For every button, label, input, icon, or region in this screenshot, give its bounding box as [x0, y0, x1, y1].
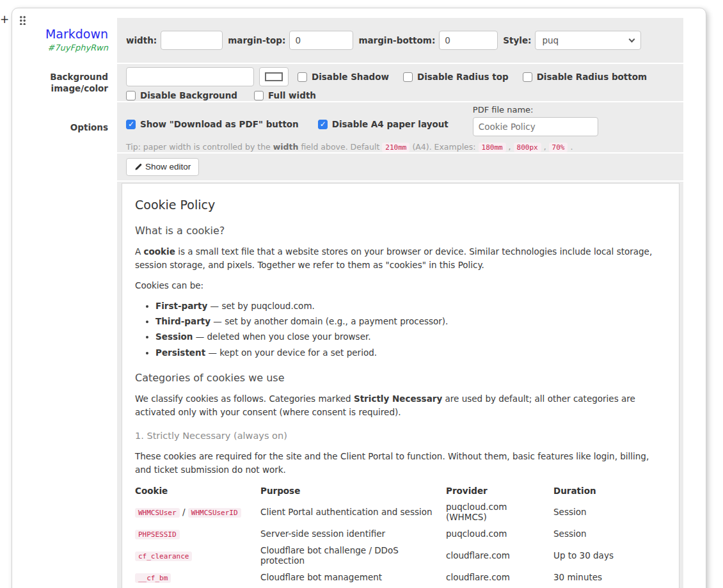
- pencil-icon: [134, 163, 143, 171]
- list-item: First-party — set by puqcloud.com.: [155, 299, 666, 312]
- checkbox-icon[interactable]: [254, 91, 264, 100]
- width-label: width:: [126, 35, 157, 45]
- margin-top-input[interactable]: [289, 31, 353, 50]
- doc-title: Cookie Policy: [135, 198, 666, 212]
- block-header: Markdown #7uyFphyRwn: [12, 18, 117, 63]
- table-row: WHMCSUser / WHMCSUserID Client Portal au…: [135, 498, 643, 525]
- checkbox-disable-radius-bottom[interactable]: Disable Radius bottom: [523, 72, 647, 82]
- doc-subsection-heading: 1. Strictly Necessary (always on): [135, 431, 666, 441]
- code-chip: 180mm: [479, 143, 506, 152]
- checkbox-disable-radius-top[interactable]: Disable Radius top: [403, 72, 509, 82]
- markdown-block-card: Markdown #7uyFphyRwn width: margin-top: …: [12, 8, 706, 588]
- size-settings-band: width: margin-top: margin-bottom: Style:…: [117, 18, 683, 63]
- background-image-input[interactable]: [126, 67, 254, 86]
- add-block-button[interactable]: +: [0, 13, 9, 26]
- doc-paragraph: Cookies can be:: [135, 279, 666, 292]
- doc-section-heading: Categories of cookies we use: [135, 372, 666, 384]
- checkbox-checked-icon[interactable]: [318, 120, 328, 129]
- options-row-label: Options: [70, 122, 108, 133]
- style-select[interactable]: puq: [535, 31, 641, 50]
- list-item: Third-party — set by another domain (e.g…: [155, 315, 666, 328]
- background-color-picker-button[interactable]: [259, 67, 289, 86]
- checkbox-disable-a4-layout[interactable]: Disable A4 paper layout: [318, 119, 449, 129]
- cookie-name-chip: PHPSESSID: [135, 530, 180, 539]
- pdf-file-name-group: PDF file name:: [473, 105, 598, 136]
- settings-row-background: Background image/color Disable Shadow Di…: [12, 64, 706, 101]
- margin-bottom-label: margin-bottom:: [358, 35, 435, 45]
- table-row: cookieconsent_status Records your cookie…: [135, 585, 643, 588]
- color-swatch-icon: [265, 72, 283, 81]
- style-label: Style:: [503, 35, 531, 45]
- doc-section-heading: What is a cookie?: [135, 225, 666, 237]
- checkbox-icon[interactable]: [523, 72, 532, 82]
- background-row-label: Background image/color: [12, 71, 108, 94]
- doc-paragraph: A cookie is a small text file that a web…: [135, 245, 666, 272]
- checkbox-icon[interactable]: [298, 72, 307, 82]
- block-title-link[interactable]: Markdown: [45, 27, 108, 41]
- paper-width-tip: Tip: paper width is controlled by the wi…: [126, 142, 674, 152]
- settings-row-size: Markdown #7uyFphyRwn width: margin-top: …: [12, 18, 706, 63]
- preview-row: Cookie Policy What is a cookie? A cookie…: [12, 182, 706, 588]
- cookie-name-chip: WHMCSUserID: [188, 508, 241, 518]
- doc-paragraph: These cookies are required for the site …: [135, 450, 666, 477]
- checkbox-show-download-pdf[interactable]: Show "Download as PDF" button: [126, 119, 299, 129]
- code-chip: 70%: [549, 143, 568, 152]
- table-row: __cf_bm Cloudflare bot management cloudf…: [135, 569, 643, 585]
- show-editor-button[interactable]: Show editor: [126, 158, 199, 176]
- markdown-preview-document: Cookie Policy What is a cookie? A cookie…: [122, 183, 679, 588]
- options-band: Show "Download as PDF" button Disable A4…: [117, 102, 683, 152]
- block-id: #7uyFphyRwn: [47, 43, 108, 52]
- cookies-table: Cookie Purpose Provider Duration WHMCSUs…: [135, 483, 643, 588]
- background-band: Disable Shadow Disable Radius top Disabl…: [117, 64, 683, 101]
- checkbox-disable-background[interactable]: Disable Background: [126, 90, 237, 100]
- list-item: Persistent — kept on your device for a s…: [155, 346, 666, 359]
- code-chip: 800px: [514, 143, 541, 152]
- checkbox-icon[interactable]: [126, 91, 136, 100]
- checkbox-checked-icon[interactable]: [126, 120, 136, 129]
- pdf-file-name-input[interactable]: [473, 117, 598, 136]
- cookie-name-chip: cf_clearance: [135, 552, 192, 561]
- settings-row-editor: Show editor: [12, 154, 706, 180]
- settings-row-options: Options Show "Download as PDF" button Di…: [12, 102, 706, 152]
- drag-handle-icon[interactable]: [19, 15, 26, 25]
- table-row: cf_clearance Cloudflare bot challenge / …: [135, 542, 643, 569]
- checkbox-full-width[interactable]: Full width: [254, 90, 316, 100]
- doc-paragraph: We classify cookies as follows. Categori…: [135, 392, 666, 419]
- style-select-value: puq: [542, 35, 559, 45]
- cookie-types-list: First-party — set by puqcloud.com. Third…: [135, 299, 666, 359]
- pdf-file-name-label: PDF file name:: [473, 105, 598, 115]
- list-item: Session — deleted when you close your br…: [155, 330, 666, 343]
- code-chip: 210mm: [382, 143, 409, 152]
- margin-top-label: margin-top:: [228, 35, 285, 45]
- checkbox-icon[interactable]: [403, 72, 413, 82]
- width-input[interactable]: [161, 31, 223, 50]
- chevron-down-icon: [629, 36, 635, 42]
- margin-bottom-input[interactable]: [439, 31, 498, 50]
- cookie-name-chip: WHMCSUser: [135, 508, 180, 518]
- table-header-row: Cookie Purpose Provider Duration: [135, 483, 643, 498]
- table-row: PHPSESSID Server-side session identifier…: [135, 525, 643, 542]
- checkbox-disable-shadow[interactable]: Disable Shadow: [298, 72, 389, 82]
- cookie-name-chip: __cf_bm: [135, 573, 171, 583]
